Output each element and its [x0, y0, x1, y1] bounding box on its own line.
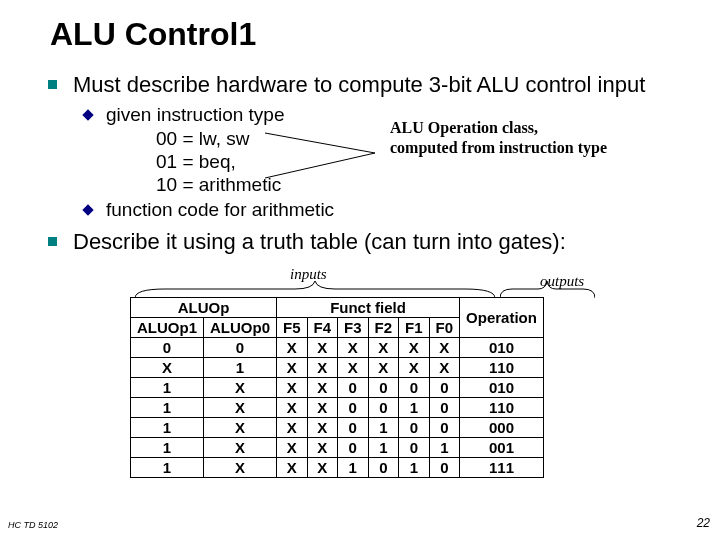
table-cell: X	[277, 398, 308, 418]
footer-left: HC TD 5102	[8, 520, 58, 530]
code-line-10: 10 = arithmetic	[156, 174, 690, 196]
table-cell: 1	[368, 418, 399, 438]
square-bullet-icon	[48, 237, 57, 246]
table-cell: X	[368, 338, 399, 358]
table-cell: X	[307, 438, 338, 458]
table-cell: 0	[429, 398, 460, 418]
table-cell: 1	[429, 438, 460, 458]
table-cell: X	[204, 458, 277, 478]
table-cell: 110	[460, 358, 544, 378]
bullet-main-2-text: Describe it using a truth table (can tur…	[73, 228, 566, 256]
table-row: X1XXXXXX110	[131, 358, 544, 378]
table-cell: X	[307, 378, 338, 398]
table-cell: X	[277, 338, 308, 358]
table-cell: 001	[460, 438, 544, 458]
table-cell: 0	[429, 458, 460, 478]
table-cell: X	[307, 358, 338, 378]
bullet-sub-1-text: given instruction type	[106, 103, 285, 127]
header-f4: F4	[307, 318, 338, 338]
table-cell: X	[277, 358, 308, 378]
truth-table: ALUOp Funct field Operation ALUOp1 ALUOp…	[130, 297, 544, 478]
table-cell: 1	[131, 458, 204, 478]
table-cell: 0	[338, 398, 369, 418]
bullet-main-1: Must describe hardware to compute 3-bit …	[48, 71, 690, 99]
header-operation: Operation	[460, 298, 544, 338]
table-cell: 1	[131, 398, 204, 418]
bullet-sub-2-text: function code for arithmetic	[106, 198, 334, 222]
table-cell: 1	[399, 398, 430, 418]
table-row: 1XXX0101001	[131, 438, 544, 458]
square-bullet-icon	[48, 80, 57, 89]
table-cell: 0	[338, 378, 369, 398]
table-cell: 0	[338, 418, 369, 438]
header-f2: F2	[368, 318, 399, 338]
table-cell: X	[131, 358, 204, 378]
table-cell: 0	[338, 438, 369, 458]
table-cell: X	[399, 358, 430, 378]
diamond-bullet-icon	[82, 109, 93, 120]
table-cell: 1	[131, 378, 204, 398]
table-cell: X	[204, 398, 277, 418]
footer-right: 22	[697, 516, 710, 530]
table-row: 00XXXXXX010	[131, 338, 544, 358]
table-cell: X	[307, 338, 338, 358]
table-cell: X	[429, 358, 460, 378]
bullet-main-1-text: Must describe hardware to compute 3-bit …	[73, 71, 645, 99]
table-cell: 1	[338, 458, 369, 478]
header-funct: Funct field	[277, 298, 460, 318]
table-cell: 0	[399, 438, 430, 458]
table-cell: 110	[460, 398, 544, 418]
table-cell: 1	[204, 358, 277, 378]
table-cell: 0	[429, 418, 460, 438]
bullet-main-2: Describe it using a truth table (can tur…	[48, 228, 690, 256]
header-aluop: ALUOp	[131, 298, 277, 318]
table-cell: 0	[368, 458, 399, 478]
table-cell: 111	[460, 458, 544, 478]
table-cell: X	[277, 418, 308, 438]
table-cell: X	[307, 418, 338, 438]
table-cell: X	[338, 338, 369, 358]
table-row: 1XXX0010110	[131, 398, 544, 418]
table-cell: 0	[131, 338, 204, 358]
header-aluop0: ALUOp0	[204, 318, 277, 338]
header-f0: F0	[429, 318, 460, 338]
table-cell: X	[204, 438, 277, 458]
table-cell: X	[399, 338, 430, 358]
table-cell: 0	[429, 378, 460, 398]
table-cell: 1	[399, 458, 430, 478]
table-cell: 1	[131, 418, 204, 438]
table-cell: X	[277, 378, 308, 398]
table-cell: 0	[368, 398, 399, 418]
table-cell: 010	[460, 338, 544, 358]
table-row: 1XXX0000010	[131, 378, 544, 398]
side-note: ALU Operation class, computed from instr…	[390, 118, 670, 158]
side-note-line1: ALU Operation class,	[390, 119, 538, 136]
slide-title: ALU Control1	[50, 16, 690, 53]
annotation-inputs: inputs	[290, 266, 327, 283]
table-cell: 0	[399, 418, 430, 438]
diamond-bullet-icon	[82, 205, 93, 216]
table-cell: X	[204, 378, 277, 398]
header-f5: F5	[277, 318, 308, 338]
side-note-line2: computed from instruction type	[390, 139, 607, 156]
header-f1: F1	[399, 318, 430, 338]
table-cell: X	[204, 418, 277, 438]
table-cell: 1	[368, 438, 399, 458]
table-cell: X	[277, 458, 308, 478]
header-aluop1: ALUOp1	[131, 318, 204, 338]
table-cell: 000	[460, 418, 544, 438]
table-cell: 0	[368, 378, 399, 398]
table-cell: X	[338, 358, 369, 378]
table-cell: X	[307, 458, 338, 478]
annotation-outputs: outputs	[540, 273, 584, 290]
table-cell: 010	[460, 378, 544, 398]
table-cell: X	[307, 398, 338, 418]
table-cell: X	[429, 338, 460, 358]
table-cell: 0	[204, 338, 277, 358]
table-row: 1XXX1010111	[131, 458, 544, 478]
bullet-sub-2: function code for arithmetic	[84, 198, 690, 222]
table-cell: X	[277, 438, 308, 458]
table-cell: 0	[399, 378, 430, 398]
header-f3: F3	[338, 318, 369, 338]
table-cell: 1	[131, 438, 204, 458]
